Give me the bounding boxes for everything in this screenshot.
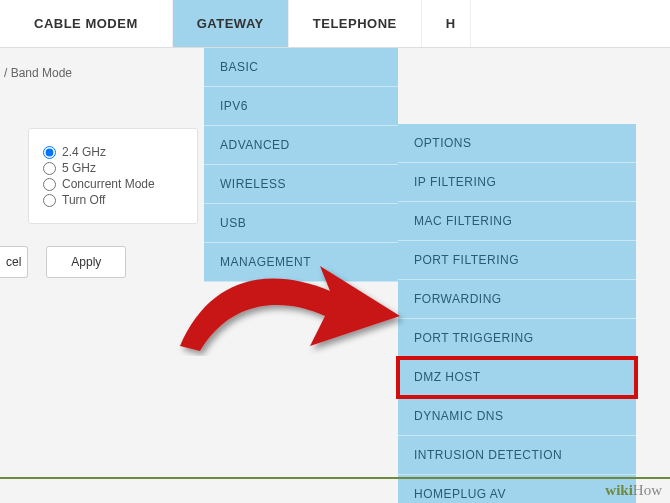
- watermark-suffix: How: [633, 482, 662, 498]
- band-label: 2.4 GHz: [62, 145, 106, 159]
- wikihow-watermark: wikiHow: [605, 482, 662, 499]
- cancel-button[interactable]: cel: [0, 246, 28, 278]
- menu-ip-filtering[interactable]: IP FILTERING: [398, 163, 636, 202]
- menu-advanced[interactable]: ADVANCED: [204, 126, 398, 165]
- nav-more[interactable]: H: [422, 0, 471, 47]
- nav-cable-modem[interactable]: CABLE MODEM: [0, 0, 173, 47]
- band-label: 5 GHz: [62, 161, 96, 175]
- menu-dmz-host[interactable]: DMZ HOST: [398, 358, 636, 397]
- advanced-submenu: OPTIONS IP FILTERING MAC FILTERING PORT …: [398, 124, 636, 503]
- band-concurrent[interactable]: Concurrent Mode: [43, 177, 183, 191]
- band-5ghz[interactable]: 5 GHz: [43, 161, 183, 175]
- menu-homeplug-av[interactable]: HOMEPLUG AV: [398, 475, 636, 503]
- menu-dynamic-dns[interactable]: DYNAMIC DNS: [398, 397, 636, 436]
- nav-gateway[interactable]: GATEWAY: [173, 0, 289, 47]
- nav-telephone[interactable]: TELEPHONE: [289, 0, 422, 47]
- footer-divider: [0, 477, 670, 479]
- radio-24ghz[interactable]: [43, 146, 56, 159]
- menu-ipv6[interactable]: IPV6: [204, 87, 398, 126]
- apply-button[interactable]: Apply: [46, 246, 126, 278]
- band-label: Concurrent Mode: [62, 177, 155, 191]
- arrow-icon: [170, 236, 410, 356]
- band-mode-panel: 2.4 GHz 5 GHz Concurrent Mode Turn Off: [28, 128, 198, 224]
- menu-wireless[interactable]: WIRELESS: [204, 165, 398, 204]
- radio-off[interactable]: [43, 194, 56, 207]
- band-off[interactable]: Turn Off: [43, 193, 183, 207]
- menu-basic[interactable]: BASIC: [204, 48, 398, 87]
- menu-port-triggering[interactable]: PORT TRIGGERING: [398, 319, 636, 358]
- top-nav: CABLE MODEM GATEWAY TELEPHONE H: [0, 0, 670, 48]
- radio-concurrent[interactable]: [43, 178, 56, 191]
- menu-port-filtering[interactable]: PORT FILTERING: [398, 241, 636, 280]
- radio-5ghz[interactable]: [43, 162, 56, 175]
- menu-options[interactable]: OPTIONS: [398, 124, 636, 163]
- band-24ghz[interactable]: 2.4 GHz: [43, 145, 183, 159]
- menu-mac-filtering[interactable]: MAC FILTERING: [398, 202, 636, 241]
- menu-intrusion-detection[interactable]: INTRUSION DETECTION: [398, 436, 636, 475]
- menu-forwarding[interactable]: FORWARDING: [398, 280, 636, 319]
- watermark-prefix: wiki: [605, 482, 633, 498]
- band-label: Turn Off: [62, 193, 105, 207]
